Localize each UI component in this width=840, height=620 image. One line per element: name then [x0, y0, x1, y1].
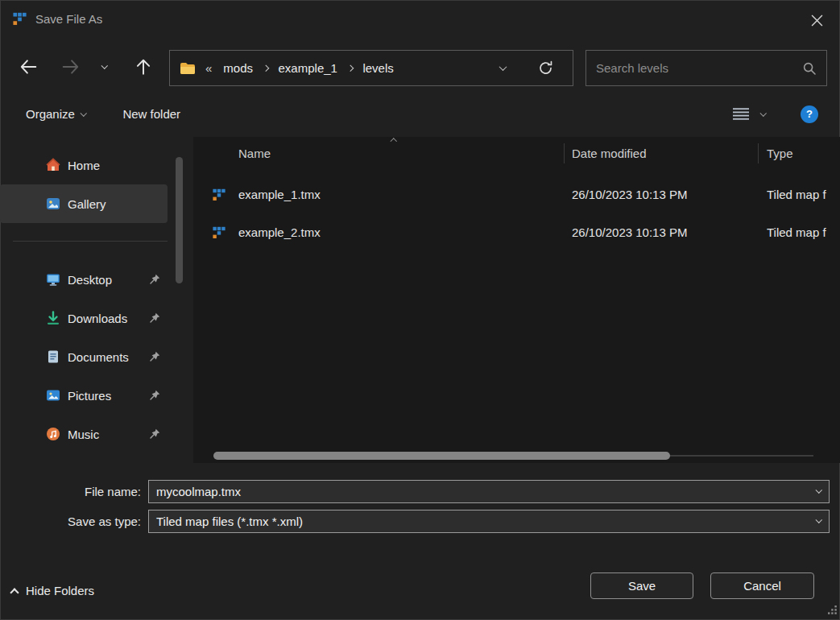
folder-icon: [180, 62, 196, 75]
file-type: Tiled map f: [767, 225, 840, 239]
list-header: Name Date modified Type: [193, 137, 840, 169]
file-date-modified: 26/10/2023 10:13 PM: [572, 225, 767, 239]
file-name: example_2.tmx: [238, 225, 572, 239]
pin-icon[interactable]: [148, 312, 161, 324]
pictures-icon: [45, 387, 61, 403]
breadcrumb-segment-mods[interactable]: mods: [221, 60, 254, 76]
close-icon: [811, 14, 823, 27]
file-name-input[interactable]: [156, 485, 808, 498]
pin-icon[interactable]: [148, 350, 161, 363]
tiled-file-icon: [213, 188, 238, 201]
breadcrumb-overflow[interactable]: «: [204, 60, 213, 76]
chevron-down-icon: [81, 110, 87, 116]
file-row[interactable]: example_1.tmx 26/10/2023 10:13 PM Tiled …: [193, 176, 840, 213]
sidebar-item-label: Pictures: [68, 389, 111, 403]
refresh-icon: [538, 60, 553, 76]
breadcrumb-segment-levels[interactable]: levels: [361, 60, 395, 76]
search-input[interactable]: [586, 61, 802, 75]
save-as-type-label: Save as type:: [0, 515, 148, 528]
sidebar-item-music[interactable]: Music: [0, 415, 168, 453]
chevron-down-icon[interactable]: [815, 486, 821, 493]
file-type: Tiled map f: [767, 188, 840, 201]
organize-label: Organize: [26, 107, 75, 121]
command-toolbar: Organize New folder ?: [0, 91, 840, 137]
column-header-type[interactable]: Type: [767, 147, 840, 160]
sidebar-scrollbar[interactable]: [176, 157, 183, 283]
back-arrow-icon: [19, 57, 38, 76]
title-bar: Save File As: [0, 0, 840, 39]
dialog-footer: Hide Folders Save Cancel: [0, 564, 840, 620]
hide-folders-button[interactable]: Hide Folders: [11, 578, 94, 602]
refresh-button[interactable]: [538, 60, 553, 76]
file-row[interactable]: example_2.tmx 26/10/2023 10:13 PM Tiled …: [193, 213, 840, 251]
sidebar-item-downloads[interactable]: Downloads: [0, 299, 168, 337]
resize-grip[interactable]: [827, 604, 838, 618]
sidebar-item-home[interactable]: Home: [0, 146, 168, 184]
sidebar-item-label: Gallery: [68, 197, 106, 211]
recent-locations-button[interactable]: [95, 53, 114, 81]
save-as-type-value: Tiled map files (*.tmx *.xml): [156, 515, 303, 528]
close-button[interactable]: [801, 8, 832, 32]
address-dropdown-button[interactable]: [500, 65, 506, 71]
file-list-pane: Name Date modified Type: [193, 137, 840, 463]
navigation-bar: « mods example_1 levels: [0, 39, 840, 91]
gallery-icon: [45, 196, 61, 212]
breadcrumb-segment-example-1[interactable]: example_1: [277, 60, 339, 76]
chevron-down-icon: [101, 63, 108, 69]
pin-icon[interactable]: [148, 389, 161, 402]
up-button[interactable]: [130, 53, 157, 81]
help-button[interactable]: ?: [801, 105, 818, 123]
pin-icon[interactable]: [148, 428, 161, 440]
view-button[interactable]: [732, 107, 750, 121]
downloads-icon: [45, 310, 61, 326]
file-name-row: File name:: [0, 479, 840, 503]
horizontal-scrollbar[interactable]: [213, 452, 813, 460]
view-dropdown-button[interactable]: [761, 112, 766, 117]
pin-icon[interactable]: [148, 273, 161, 286]
window-title: Save File As: [35, 12, 102, 26]
tiled-app-icon: [13, 12, 27, 26]
sidebar-item-label: Downloads: [68, 312, 127, 325]
back-button[interactable]: [14, 53, 42, 81]
help-glyph: ?: [806, 108, 813, 120]
horizontal-scrollbar-thumb[interactable]: [213, 452, 670, 460]
sidebar-item-pictures[interactable]: Pictures: [0, 376, 168, 415]
organize-button[interactable]: Organize: [26, 107, 85, 121]
column-header-name[interactable]: Name: [238, 147, 572, 160]
up-arrow-icon: [134, 57, 153, 76]
search-icon: [802, 61, 817, 76]
desktop-icon: [45, 271, 61, 287]
save-file-dialog: Save File As: [0, 0, 840, 620]
forward-button[interactable]: [57, 53, 85, 81]
file-name: example_1.tmx: [238, 188, 572, 201]
sidebar-item-label: Music: [68, 428, 99, 441]
save-button[interactable]: Save: [590, 572, 693, 599]
sidebar-item-desktop[interactable]: Desktop: [0, 260, 168, 299]
new-folder-button[interactable]: New folder: [122, 107, 180, 121]
file-date-modified: 26/10/2023 10:13 PM: [572, 188, 767, 201]
file-rows: example_1.tmx 26/10/2023 10:13 PM Tiled …: [193, 176, 840, 251]
cancel-button[interactable]: Cancel: [710, 572, 814, 599]
sidebar-item-documents[interactable]: Documents: [0, 337, 168, 376]
file-name-label: File name:: [0, 485, 148, 498]
save-as-type-select[interactable]: Tiled map files (*.tmx *.xml): [148, 510, 830, 533]
search-box: [586, 50, 827, 86]
main-area: Home Gallery: [0, 137, 840, 463]
hide-folders-label: Hide Folders: [26, 584, 94, 597]
sidebar-item-label: Desktop: [68, 273, 112, 287]
sidebar-divider: [13, 241, 168, 242]
column-header-date-modified[interactable]: Date modified: [572, 147, 767, 160]
documents-icon: [45, 349, 61, 365]
chevron-down-icon: [759, 110, 766, 116]
forward-arrow-icon: [61, 57, 81, 76]
address-bar[interactable]: « mods example_1 levels: [169, 50, 573, 86]
sidebar-item-label: Home: [68, 159, 100, 172]
sidebar-item-label: Documents: [68, 350, 129, 364]
chevron-right-icon: [263, 65, 269, 72]
chevron-down-icon: [499, 63, 507, 71]
list-view-icon: [732, 107, 750, 121]
column-separator[interactable]: [564, 143, 565, 163]
sidebar-item-gallery[interactable]: Gallery: [0, 184, 168, 223]
column-separator[interactable]: [758, 143, 759, 163]
tiled-file-icon: [213, 226, 238, 239]
